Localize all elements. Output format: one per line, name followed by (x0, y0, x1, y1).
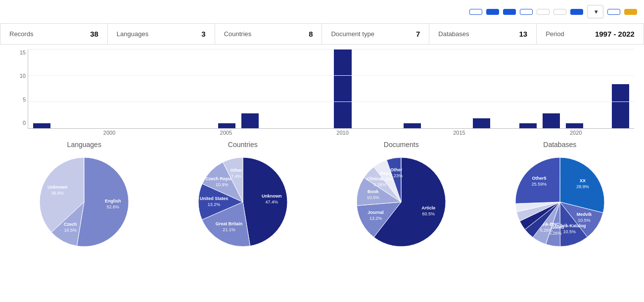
x-labels-wrapper: 20002005201020152020 (28, 130, 634, 136)
bar-chart (28, 50, 634, 129)
bar-group-2016 (470, 50, 493, 128)
bar-group-2015 (447, 50, 470, 128)
pie-chart-2: Article60.5%Journal13.2%Book10.5%Clinica… (352, 152, 451, 252)
x-label-empty (28, 130, 51, 136)
bar-group-2020 (563, 50, 586, 128)
bar (218, 123, 235, 128)
bar (404, 123, 421, 128)
bar-chart-section: 0 5 10 15 20002005201020152020 (0, 45, 644, 136)
x-label-2020: 2020 (564, 130, 588, 136)
pie-label-name-1: Great Britain (215, 221, 242, 226)
stat-item-document-type: Document type7 (322, 24, 429, 44)
pie-label-pct-3: 5.26% (373, 182, 386, 187)
bar-group-2019 (540, 50, 563, 128)
x-label-2015: 2015 (448, 130, 471, 136)
bar (33, 123, 50, 128)
stat-item-languages: Languages3 (108, 24, 215, 44)
grid-line-10 (28, 75, 634, 76)
bar (334, 50, 351, 128)
bar-group-2021 (586, 50, 609, 128)
bar-group-2007 (262, 50, 285, 128)
x-label-empty (354, 130, 377, 136)
x-label-empty (144, 130, 168, 136)
pie-chart-3: XX28.9%Medvik10.5%Medvik-Katalog10.5%Pub… (510, 152, 609, 252)
bar (566, 123, 583, 128)
numbering-button[interactable] (553, 9, 566, 15)
pie-label-name-1: Czech (64, 222, 77, 227)
pie-section-2: DocumentsArticle60.5%Journal13.2%Book10.… (322, 141, 481, 252)
pie-label-pct-1: 13.2% (369, 216, 382, 221)
pie-label-name-2: United States (199, 196, 228, 201)
x-label-empty (168, 130, 191, 136)
grid-line-15 (28, 49, 634, 50)
x-label-2010: 2010 (331, 130, 354, 136)
pie-label-pct-2: 10.5% (367, 195, 380, 200)
stat-label: Languages (117, 30, 148, 38)
medvik-button[interactable] (607, 9, 620, 15)
stat-value: 38 (90, 30, 98, 38)
bar-group-2004 (192, 50, 216, 128)
pie-title-2: Documents (384, 141, 419, 149)
stat-label: Records (9, 30, 33, 38)
stats-bar: Records38Languages3Countries8Document ty… (0, 24, 644, 45)
pie-label-name-4: Other (230, 168, 242, 173)
bar-group-2006 (238, 50, 262, 128)
pie-label-pct-1: 10.5% (578, 218, 591, 223)
pie-label-name-9: Other5 (532, 176, 546, 181)
format-dropdown[interactable]: ▾ (587, 5, 603, 18)
metadata-button[interactable] (503, 9, 516, 15)
stat-label: Document type (331, 30, 374, 38)
stat-value: 7 (416, 30, 420, 38)
pie-label-pct-2: 13.2% (207, 202, 220, 207)
pie-label-pct-0: 28.9% (576, 184, 589, 189)
bar-group-2022 (609, 50, 632, 128)
bar-group-2001 (123, 50, 146, 128)
grid-line-5 (28, 101, 634, 102)
stat-value: 8 (309, 30, 313, 38)
statistics-button[interactable] (486, 9, 499, 15)
y-axis-labels: 0 5 10 15 (10, 50, 28, 136)
x-label-empty (471, 130, 494, 136)
bar-group-2014 (424, 50, 447, 128)
x-label-empty (541, 130, 564, 136)
pie-label-pct-1: 21.1% (223, 227, 235, 232)
pie-label-pct-2: 36.8% (51, 191, 64, 196)
chevron-down-icon: ▾ (595, 8, 598, 15)
bar-group-2005 (216, 50, 239, 128)
bar (473, 118, 490, 128)
pie-label-name-0: English (105, 199, 121, 203)
x-label-empty (284, 130, 308, 136)
metrics-button[interactable] (537, 9, 550, 15)
help-button[interactable] (469, 9, 482, 15)
stat-item-records: Records38 (0, 24, 108, 44)
bar-group-2013 (401, 50, 424, 128)
bar-group-2010 (331, 50, 355, 128)
bar-group-1998 (53, 50, 77, 128)
pie-label-name-0: XX (580, 178, 586, 183)
header: ▾ (0, 0, 644, 24)
pie-label-name-0: Article (422, 205, 436, 210)
stat-label: Period (546, 30, 564, 38)
stat-value: 3 (201, 30, 205, 38)
pie-label-pct-1: 10.5% (64, 228, 77, 233)
pie-label-name-1: Journal (368, 210, 384, 215)
bar (543, 113, 560, 128)
x-label-empty (308, 130, 331, 136)
pie-section-3: DatabasesXX28.9%Medvik10.5%Medvik-Katalo… (481, 141, 640, 252)
pie-label-pct-4: 7.4% (231, 174, 241, 179)
bar-group-2018 (516, 50, 540, 128)
pie-title-1: Countries (228, 141, 258, 149)
citacepro-button[interactable] (624, 9, 637, 15)
bar-group-2003 (169, 50, 192, 128)
stat-item-period: Period1997 - 2022 (537, 24, 644, 44)
x-label-empty (237, 130, 261, 136)
stat-label: Countries (224, 30, 252, 38)
citations-button[interactable] (570, 9, 583, 15)
pie-chart-0: English52.6%Czech10.5%Unknown36.8% (35, 152, 134, 252)
extended-button[interactable] (520, 9, 533, 15)
pie-label-pct-4: 5.26% (540, 228, 552, 233)
bar-group-2017 (493, 50, 516, 128)
stat-item-countries: Countries8 (215, 24, 322, 44)
pie-chart-1: Unknown47.4%Great Britain21.1%United Sta… (193, 152, 292, 252)
pie-label-pct-5: 5.23% (390, 173, 403, 178)
